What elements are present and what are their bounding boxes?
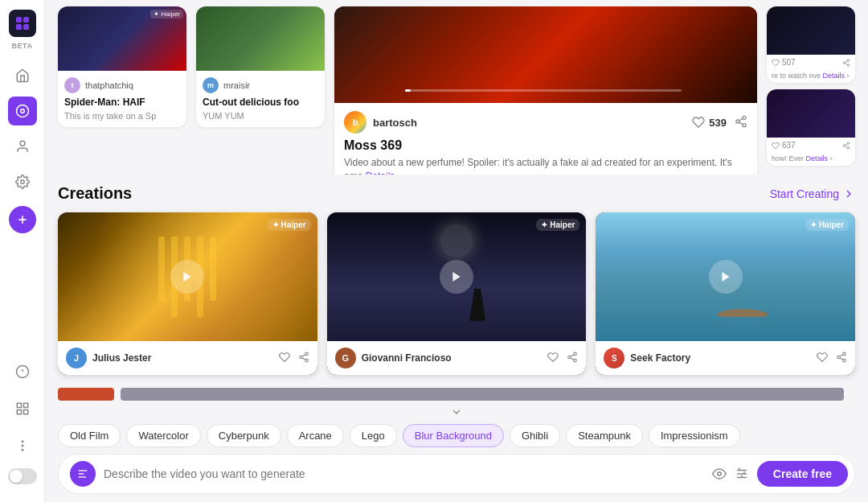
play-overlay-3[interactable] xyxy=(709,260,743,294)
svg-point-48 xyxy=(843,352,846,356)
creation-1-share[interactable] xyxy=(298,352,309,365)
creation-card-2[interactable]: ✦ Haiper G Giovanni Francioso xyxy=(327,212,587,375)
svg-line-34 xyxy=(845,143,848,145)
settings-adjust-icon[interactable] xyxy=(735,467,749,481)
svg-marker-47 xyxy=(722,272,729,282)
creation-3-share[interactable] xyxy=(836,352,847,365)
svg-line-40 xyxy=(302,354,305,356)
svg-point-21 xyxy=(736,120,739,123)
right-card-1-share[interactable] xyxy=(842,59,850,67)
svg-line-46 xyxy=(571,354,574,356)
collapse-arrow[interactable] xyxy=(58,405,855,421)
right-card-1-likes: 507 xyxy=(772,58,796,67)
style-chip-impressionism[interactable]: Impressionism xyxy=(649,424,740,447)
video-description: Video about a new perfume! Spoiler: it's… xyxy=(344,156,747,175)
style-chip-cyberpunk[interactable]: Cyberpunk xyxy=(207,424,281,447)
svg-point-32 xyxy=(847,146,850,149)
details-link[interactable]: Details › xyxy=(366,171,401,175)
mini-card-1[interactable]: ✦ Haiper t thatphatchiq Spider-Man: HAIF… xyxy=(58,6,186,127)
add-button[interactable] xyxy=(9,206,36,233)
creation-1-username: Julius Jester xyxy=(92,352,151,364)
main-content: ✦ Haiper t thatphatchiq Spider-Man: HAIF… xyxy=(45,0,868,502)
style-chip-ghibli[interactable]: Ghibli xyxy=(510,424,560,447)
sidebar-item-home[interactable] xyxy=(8,61,37,90)
svg-point-17 xyxy=(22,441,23,442)
creation-2-like[interactable] xyxy=(547,352,559,365)
create-button[interactable]: Create free xyxy=(757,461,848,487)
play-overlay-2[interactable] xyxy=(440,260,473,294)
creation-1-like[interactable] xyxy=(279,352,290,365)
style-chip-watercolor[interactable]: Watercolor xyxy=(126,424,200,447)
right-card-1-details[interactable]: Details xyxy=(823,72,845,80)
play-overlay-1[interactable] xyxy=(170,260,204,294)
theme-toggle[interactable] xyxy=(8,468,37,484)
svg-point-4 xyxy=(16,105,28,117)
main-video-card: ▶ 0:01/1:12 ⚙ 🔇 ⛶ xyxy=(334,6,757,175)
mini-card-1-subtitle: This is my take on a Sp xyxy=(64,111,180,121)
sidebar: BETA xyxy=(0,0,45,502)
svg-rect-15 xyxy=(17,410,21,414)
svg-line-29 xyxy=(845,60,848,62)
svg-line-52 xyxy=(840,354,843,356)
progress-bar[interactable] xyxy=(405,89,682,92)
video-username: bartosch xyxy=(373,117,417,129)
sidebar-item-info[interactable] xyxy=(8,357,37,386)
svg-rect-0 xyxy=(16,17,22,23)
svg-line-39 xyxy=(302,357,305,359)
svg-point-30 xyxy=(847,142,850,144)
right-card-1[interactable]: 507 re to watch ove Details › xyxy=(767,6,855,83)
svg-line-51 xyxy=(840,357,843,359)
style-chip-arcane[interactable]: Arcane xyxy=(287,424,344,447)
creation-3-like[interactable] xyxy=(817,352,828,365)
prompt-input[interactable] xyxy=(104,467,704,480)
sidebar-item-more[interactable] xyxy=(8,431,37,460)
sidebar-item-collections[interactable] xyxy=(8,394,37,423)
app-logo xyxy=(9,10,36,37)
creation-1-avatar: J xyxy=(66,348,87,368)
sidebar-item-settings[interactable] xyxy=(8,167,37,196)
style-chip-blur-background[interactable]: Blur Background xyxy=(403,424,504,447)
style-chip-lego[interactable]: Lego xyxy=(350,424,397,447)
video-title: Moss 369 xyxy=(344,138,747,153)
right-card-2-share[interactable] xyxy=(842,142,850,150)
svg-point-19 xyxy=(22,450,23,451)
like-button[interactable]: 539 xyxy=(692,116,727,129)
preview-icon[interactable] xyxy=(712,467,727,481)
style-chip-steampunk[interactable]: Steampunk xyxy=(566,424,643,447)
sidebar-item-explore[interactable] xyxy=(8,97,37,126)
svg-point-6 xyxy=(20,141,25,146)
creation-card-1[interactable]: ✦ Haiper J Julius Jester xyxy=(58,212,317,375)
svg-line-23 xyxy=(739,122,743,125)
right-card-2[interactable]: 637 how! Ever Details › xyxy=(767,89,855,166)
share-button[interactable] xyxy=(735,115,747,130)
prompt-bar: Create free xyxy=(58,454,855,494)
start-creating-button[interactable]: Start Creating xyxy=(770,187,855,200)
right-cards: 507 re to watch ove Details › xyxy=(767,6,855,166)
style-chip-old-film[interactable]: Old Film xyxy=(58,424,121,447)
creation-card-3[interactable]: ✦ Haiper S Seek Factory xyxy=(596,212,855,375)
mini-card-2-title: Cut-out delicious foo xyxy=(203,97,318,109)
right-card-2-details[interactable]: Details xyxy=(806,154,829,163)
sidebar-item-profile[interactable] xyxy=(8,132,37,161)
svg-marker-35 xyxy=(184,272,191,282)
svg-point-22 xyxy=(743,123,746,126)
mini-card-1-title: Spider-Man: HAIF xyxy=(64,97,180,109)
creation-2-share[interactable] xyxy=(567,352,578,365)
svg-point-43 xyxy=(568,356,571,359)
svg-rect-3 xyxy=(23,24,29,30)
beta-label: BETA xyxy=(12,42,33,50)
mini-card-2-username: mraisir xyxy=(223,80,250,90)
svg-line-28 xyxy=(845,63,848,64)
svg-rect-13 xyxy=(17,403,21,407)
svg-rect-2 xyxy=(16,24,22,30)
svg-point-49 xyxy=(837,356,841,359)
creation-2-avatar: G xyxy=(335,348,356,368)
svg-point-25 xyxy=(847,59,850,61)
mini-card-2[interactable]: m mraisir Cut-out delicious foo YUM YUM xyxy=(196,6,325,127)
svg-point-20 xyxy=(743,116,746,119)
svg-point-36 xyxy=(305,352,308,356)
right-card-2-desc: how! Ever Details › xyxy=(767,153,855,166)
style-chips: Old FilmWatercolorCyberpunkArcaneLegoBlu… xyxy=(58,424,855,447)
watermark-3: ✦ Haiper xyxy=(805,219,849,231)
svg-rect-1 xyxy=(23,17,29,23)
